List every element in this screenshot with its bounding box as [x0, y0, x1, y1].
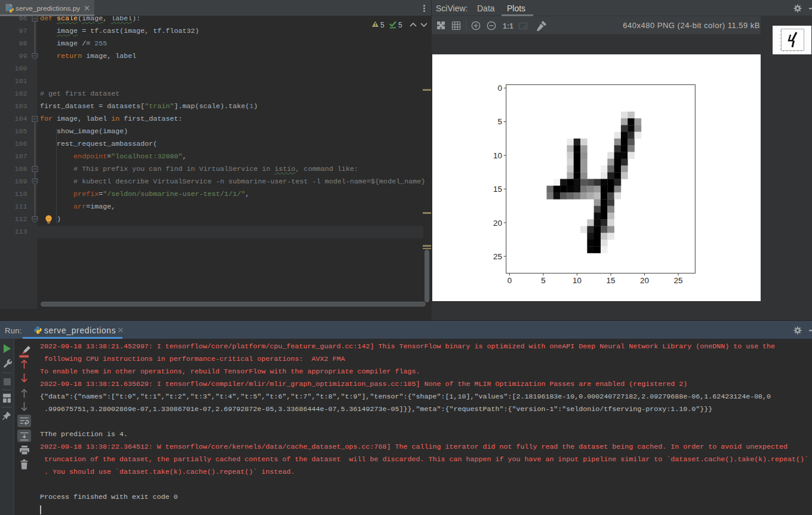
svg-text:5: 5	[498, 117, 502, 126]
svg-text:10: 10	[573, 276, 582, 285]
svg-text:20: 20	[640, 276, 649, 285]
svg-text:25: 25	[493, 252, 502, 261]
svg-text:1:1: 1:1	[503, 22, 513, 30]
svg-text:15: 15	[493, 185, 502, 194]
svg-text:5: 5	[380, 21, 385, 29]
svg-text:0: 0	[508, 276, 512, 285]
svg-text:5: 5	[398, 21, 402, 29]
svg-text:10: 10	[493, 151, 502, 160]
svg-text:20: 20	[493, 219, 502, 228]
svg-text:0: 0	[498, 84, 502, 93]
svg-text:5: 5	[541, 276, 545, 285]
svg-text:25: 25	[674, 276, 683, 285]
svg-text:15: 15	[607, 276, 616, 285]
